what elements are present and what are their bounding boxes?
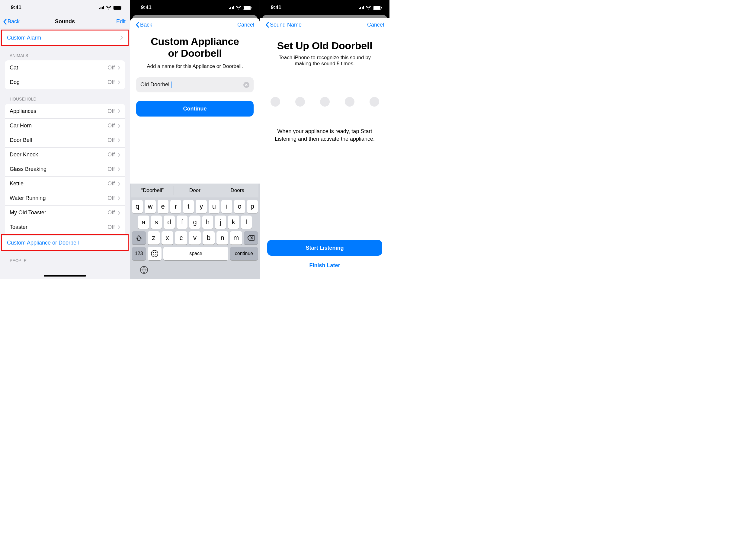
key-space[interactable]: space — [163, 247, 228, 260]
list-item-status: Off — [108, 166, 115, 172]
navigation-bar: Back Sounds Edit — [0, 15, 130, 28]
key-h[interactable]: h — [202, 216, 214, 229]
list-item[interactable]: Cat Off — [5, 60, 125, 75]
key-u[interactable]: u — [209, 200, 220, 213]
status-icons — [229, 6, 252, 10]
key-f[interactable]: f — [177, 216, 188, 229]
cellular-signal-icon — [229, 6, 234, 9]
section-header-household: Household — [0, 89, 130, 104]
list-item[interactable]: AppliancesOff — [5, 104, 125, 118]
key-continue[interactable]: continue — [230, 247, 258, 260]
back-button[interactable]: Back — [136, 22, 152, 28]
battery-icon — [243, 6, 251, 10]
clear-input-button[interactable] — [243, 82, 249, 88]
continue-button[interactable]: Continue — [136, 101, 254, 117]
key-t[interactable]: t — [183, 200, 194, 213]
back-button[interactable]: Sound Name — [266, 22, 302, 28]
list-item-status: Off — [108, 181, 115, 187]
keyboard-footer — [131, 260, 259, 277]
key-b[interactable]: b — [203, 231, 215, 245]
key-x[interactable]: x — [162, 231, 174, 245]
list-item[interactable]: Door BellOff — [5, 133, 125, 147]
key-e[interactable]: e — [158, 200, 169, 213]
sheet-subtitle: Teach iPhone to recognize this sound by … — [260, 54, 389, 67]
list-item-label: Toaster — [10, 224, 27, 230]
progress-dot — [320, 97, 330, 107]
key-r[interactable]: r — [170, 200, 181, 213]
key-p[interactable]: p — [247, 200, 258, 213]
section-header-people: People — [0, 251, 130, 266]
chevron-right-icon — [118, 225, 120, 230]
progress-dot — [345, 97, 355, 107]
key-j[interactable]: j — [215, 216, 226, 229]
finish-later-button[interactable]: Finish Later — [267, 263, 382, 269]
list-item[interactable]: Glass BreakingOff — [5, 162, 125, 176]
cancel-button[interactable]: Cancel — [237, 22, 254, 28]
key-numbers[interactable]: 123 — [132, 247, 146, 260]
key-i[interactable]: i — [221, 200, 232, 213]
suggestion[interactable]: “Doorbell” — [131, 184, 174, 198]
chevron-right-icon — [118, 196, 120, 201]
status-icons — [359, 6, 381, 10]
list-item[interactable]: Water RunningOff — [5, 191, 125, 205]
key-w[interactable]: w — [145, 200, 156, 213]
key-q[interactable]: q — [132, 200, 143, 213]
modal-sheet: Sound Name Cancel Set Up Old Doorbell Te… — [260, 18, 389, 279]
chevron-right-icon — [121, 36, 123, 40]
key-d[interactable]: d — [164, 216, 175, 229]
title-line-1: Custom Appliance — [151, 36, 239, 47]
progress-dot — [271, 97, 280, 107]
list-item[interactable]: Dog Off — [5, 75, 125, 89]
instruction-text: When your appliance is ready, tap Start … — [260, 128, 389, 143]
list-item[interactable]: KettleOff — [5, 176, 125, 191]
shift-icon — [136, 235, 142, 241]
home-indicator[interactable] — [44, 275, 86, 276]
key-v[interactable]: v — [189, 231, 201, 245]
start-listening-button[interactable]: Start Listening — [267, 240, 382, 256]
key-g[interactable]: g — [189, 216, 201, 229]
progress-dots — [260, 67, 389, 128]
status-time: 9:41 — [11, 5, 21, 11]
key-emoji[interactable] — [148, 247, 162, 260]
back-button[interactable]: Back — [3, 18, 20, 25]
custom-alarm-row[interactable]: Custom Alarm — [2, 31, 128, 45]
list-item-status: Off — [108, 224, 115, 230]
list-item-label: Glass Breaking — [10, 166, 47, 172]
key-a[interactable]: a — [138, 216, 149, 229]
globe-icon[interactable] — [140, 266, 148, 274]
list-item-status: Off — [108, 152, 115, 158]
progress-dot — [295, 97, 305, 107]
key-m[interactable]: m — [230, 231, 242, 245]
suggestion[interactable]: Doors — [216, 186, 259, 195]
sound-name-input[interactable]: Old Doorbell — [136, 77, 254, 92]
key-s[interactable]: s — [151, 216, 162, 229]
key-k[interactable]: k — [228, 216, 239, 229]
custom-appliance-row[interactable]: Custom Appliance or Doorbell — [2, 236, 128, 250]
svg-point-0 — [151, 250, 158, 257]
chevron-right-icon — [118, 182, 120, 186]
key-l[interactable]: l — [241, 216, 252, 229]
sheet-subtitle: Add a name for this Appliance or Doorbel… — [130, 62, 260, 75]
list-item-status: Off — [108, 195, 115, 201]
list-item[interactable]: ToasterOff — [5, 220, 125, 234]
edit-button[interactable]: Edit — [116, 18, 126, 25]
key-z[interactable]: z — [148, 231, 160, 245]
list-item-status: Off — [108, 79, 115, 85]
key-delete[interactable] — [244, 231, 258, 245]
key-n[interactable]: n — [217, 231, 229, 245]
sheet-title: Set Up Old Doorbell — [260, 31, 389, 54]
key-c[interactable]: c — [175, 231, 187, 245]
cancel-button[interactable]: Cancel — [367, 22, 384, 28]
sheet-navigation: Sound Name Cancel — [260, 18, 389, 31]
sheet-buttons: Start Listening Finish Later — [260, 240, 389, 269]
list-item[interactable]: My Old ToasterOff — [5, 205, 125, 220]
list-item[interactable]: Car HornOff — [5, 118, 125, 133]
key-y[interactable]: y — [196, 200, 207, 213]
list-item[interactable]: Door KnockOff — [5, 147, 125, 162]
svg-point-1 — [153, 253, 154, 253]
back-label: Sound Name — [270, 22, 302, 28]
key-o[interactable]: o — [234, 200, 245, 213]
suggestion[interactable]: Door — [174, 186, 216, 195]
status-time: 9:41 — [141, 5, 152, 11]
key-shift[interactable] — [132, 231, 146, 245]
